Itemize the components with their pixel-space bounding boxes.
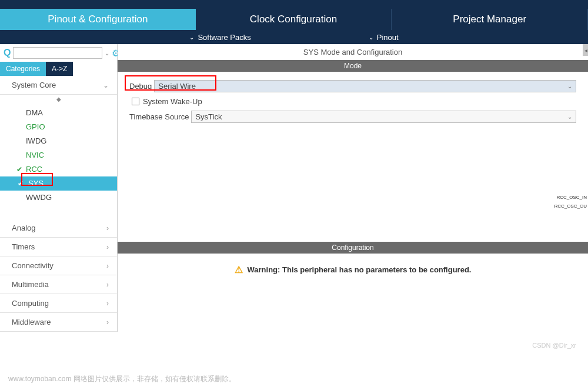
tab-categories[interactable]: Categories	[0, 62, 46, 76]
panel-title: SYS Mode and Configuration	[118, 44, 588, 60]
sidebar: Q ⌄ ⚙ Categories A->Z System Core ⌄ ◆ DM…	[0, 44, 118, 332]
search-dropdown-caret[interactable]: ⌄	[105, 50, 109, 56]
category-system-core[interactable]: System Core ⌄	[0, 76, 117, 95]
chevron-right-icon: ›	[106, 262, 109, 270]
category-connectivity[interactable]: Connectivity ›	[0, 256, 117, 275]
pinout-dropdown[interactable]: ⌄ Pinout	[369, 33, 399, 42]
debug-select[interactable]: Serial Wire ⌄	[154, 80, 576, 92]
chevron-right-icon: ›	[106, 299, 109, 308]
chevron-right-icon: ›	[106, 224, 109, 232]
main-panel: ◂ SYS Mode and Configuration Mode Debug …	[118, 44, 588, 332]
sidebar-item-sys[interactable]: SYS	[0, 176, 117, 191]
debug-label: Debug	[129, 82, 154, 91]
mode-header: Mode	[118, 60, 588, 72]
timebase-select[interactable]: SysTick ⌄	[191, 111, 576, 123]
category-multimedia[interactable]: Multimedia ›	[0, 275, 117, 294]
sidebar-item-nvic[interactable]: NVIC	[0, 148, 117, 162]
sidebar-item-rcc[interactable]: RCC	[0, 162, 117, 176]
category-timers[interactable]: Timers ›	[0, 238, 117, 256]
chevron-down-icon: ⌄	[369, 34, 373, 41]
chevron-right-icon: ›	[106, 243, 109, 251]
software-packs-dropdown[interactable]: ⌄ Software Packs	[189, 33, 250, 42]
chevron-down-icon: ⌄	[567, 114, 572, 120]
footer-watermark: www.toymoban.com 网络图片仅供展示，非存储，如有侵权请联系删除。	[8, 374, 236, 384]
category-middleware[interactable]: Middleware ›	[0, 313, 117, 332]
sidebar-item-gpio[interactable]: GPIO	[0, 120, 117, 134]
timebase-label: Timebase Source	[129, 112, 191, 121]
chevron-down-icon: ⌄	[567, 83, 572, 89]
wakeup-checkbox[interactable]	[132, 98, 139, 105]
sidebar-item-wwdg[interactable]: WWDG	[0, 191, 117, 205]
main-tabs: Pinout & Configuration Clock Configurati…	[0, 9, 588, 30]
tab-az[interactable]: A->Z	[46, 62, 73, 76]
chevron-right-icon: ›	[106, 318, 109, 326]
tab-clock-config[interactable]: Clock Configuration	[196, 9, 392, 30]
sidebar-item-iwdg[interactable]: IWDG	[0, 134, 117, 148]
pinout-labels: RCC_OSC_IN RCC_OSC_OU	[488, 191, 588, 212]
sub-toolbar: ⌄ Software Packs ⌄ Pinout	[0, 30, 588, 44]
tab-project-manager[interactable]: Project Manager	[392, 9, 588, 30]
warning-icon: ⚠	[235, 264, 243, 275]
category-analog[interactable]: Analog ›	[0, 219, 117, 238]
sort-icon[interactable]: ◆	[0, 95, 117, 104]
tab-pinout-config[interactable]: Pinout & Configuration	[0, 9, 196, 30]
collapse-handle[interactable]: ◂	[583, 44, 588, 56]
chevron-down-icon: ⌄	[189, 34, 194, 41]
chevron-down-icon: ⌄	[103, 81, 109, 89]
sidebar-item-dma[interactable]: DMA	[0, 106, 117, 120]
attribution: CSDN @Dir_xr	[532, 342, 576, 349]
config-header: Configuration	[118, 242, 588, 254]
chevron-right-icon: ›	[106, 281, 109, 289]
wakeup-label: System Wake-Up	[143, 97, 202, 106]
search-icon[interactable]: Q	[4, 48, 11, 58]
warning-message: ⚠ Warning: This peripheral has no parame…	[118, 254, 588, 286]
search-input[interactable]	[13, 47, 102, 59]
category-computing[interactable]: Computing ›	[0, 294, 117, 313]
